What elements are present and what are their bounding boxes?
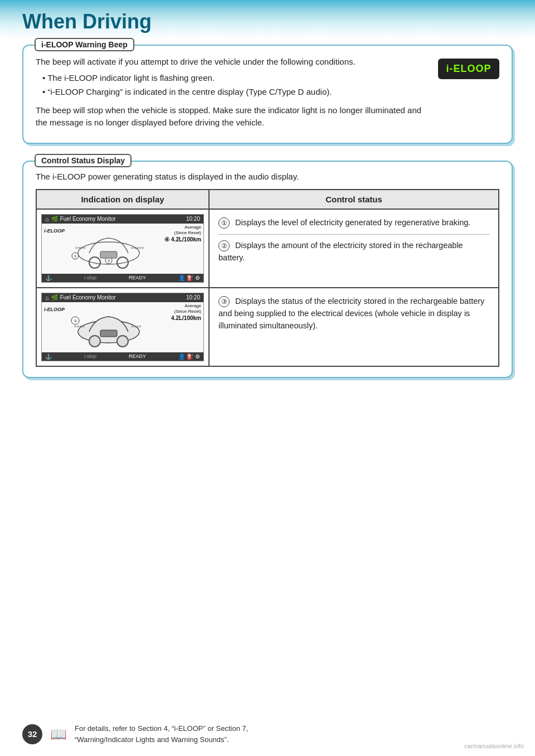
car-svg-2: <<<< >>>> ③: [59, 307, 159, 348]
warning-intro: The beep will activate if you attempt to…: [36, 56, 427, 69]
col2-header: Control status: [209, 190, 499, 209]
avg-label-2: Average(Since Reset)4.2L/100km: [171, 303, 201, 322]
table-row-2: ⌂ 🌿 Fuel Economy Monitor 10:20 i-ELOOP A…: [36, 288, 499, 366]
ieloop-badge: i-ELOOP: [438, 59, 499, 79]
bullet-2: “i-ELOOP Charging” is indicated in the c…: [42, 86, 427, 99]
warning-beep-label: i-ELOOP Warning Beep: [35, 38, 134, 51]
icon-fuel-2: ⛽: [187, 353, 193, 360]
monitor-header-2: ⌂ 🌿 Fuel Economy Monitor 10:20: [42, 293, 203, 302]
icon-gear-2: ⚙: [195, 353, 200, 360]
page-footer: 32 📖 For details, refer to Section 4, “i…: [0, 723, 535, 745]
anchor-icon-2: ⚓: [45, 353, 52, 360]
svg-rect-17: [100, 330, 117, 337]
display-cell-1: ⌂ 🌿 Fuel Economy Monitor 10:20 i-ELOOP A…: [36, 209, 209, 288]
svg-text:③: ③: [74, 319, 77, 323]
control-1-1: ① Displays the level of electricity gene…: [218, 216, 489, 229]
leaf-icon-1: 🌿: [51, 216, 58, 222]
icons-row-1: 👤 ⛽ ⚙: [178, 275, 200, 281]
fuel-monitor-2: ⌂ 🌿 Fuel Economy Monitor 10:20 i-ELOOP A…: [41, 293, 204, 361]
status-table: Indication on display Control status ⌂ 🌿: [36, 189, 499, 367]
house-icon-2: ⌂: [45, 294, 49, 301]
monitor-time-2: 10:20: [186, 294, 200, 301]
monitor-title-2: Fuel Economy Monitor: [60, 294, 116, 301]
cell-divider: [218, 234, 489, 235]
icons-row-2: 👤 ⛽ ⚙: [178, 353, 200, 360]
ready-label-1: READY: [129, 275, 146, 280]
car-svg-1: >>>> <<<<< ① ②: [59, 228, 159, 270]
circle-1: ①: [218, 217, 230, 229]
footer-line1: For details, refer to Section 4, “i-ELOO…: [75, 724, 248, 733]
table-row-1: ⌂ 🌿 Fuel Economy Monitor 10:20 i-ELOOP A…: [36, 209, 499, 288]
control-2-1: ③ Displays the status of the electricity…: [218, 295, 489, 332]
monitor-time-1: 10:20: [186, 216, 200, 222]
icon-person-1: 👤: [178, 275, 185, 281]
circle-3: ③: [218, 296, 230, 307]
warning-beep-section: i-ELOOP Warning Beep The beep will activ…: [22, 45, 513, 144]
svg-text:①: ①: [74, 254, 77, 258]
book-icon: 📖: [50, 726, 67, 742]
control-1-2: ② Displays the amount of the electricity…: [218, 239, 489, 264]
monitor-header-left-2: ⌂ 🌿 Fuel Economy Monitor: [45, 294, 116, 301]
control-intro: The i-ELOOP power generating status is d…: [36, 172, 499, 181]
warning-text: The beep will activate if you attempt to…: [36, 56, 427, 133]
house-icon-1: ⌂: [45, 216, 49, 222]
control-text-1-2: Displays the amount of the electricity s…: [218, 241, 463, 262]
footer-note: For details, refer to Section 4, “i-ELOO…: [75, 723, 248, 745]
fuel-monitor-1: ⌂ 🌿 Fuel Economy Monitor 10:20 i-ELOOP A…: [41, 214, 204, 283]
istop-label-1: i-stop: [84, 275, 96, 280]
ready-label-2: READY: [129, 353, 146, 359]
svg-point-12: [117, 336, 128, 347]
control-status-section: Control Status Display The i-ELOOP power…: [22, 161, 513, 378]
istop-label-2: i-stop: [84, 353, 96, 359]
warning-closing: The beep will stop when the vehicle is s…: [36, 104, 427, 129]
monitor-title-1: Fuel Economy Monitor: [60, 216, 116, 222]
watermark: carmanualsonline.info: [464, 743, 524, 749]
svg-text:②: ②: [107, 259, 110, 263]
svg-text:<<<<<: <<<<<: [131, 245, 144, 250]
monitor-body-1: i-ELOOP Average(Since Reset)④ 4.2L/100km: [42, 224, 203, 274]
icon-fuel-1: ⛽: [187, 275, 193, 281]
circle-2: ②: [218, 240, 230, 251]
page-number: 32: [22, 724, 42, 744]
page-header: When Driving: [0, 0, 535, 39]
icon-person-2: 👤: [178, 353, 185, 360]
svg-text:>>>>: >>>>: [75, 245, 86, 250]
control-status-label: Control Status Display: [35, 154, 132, 167]
footer-line2: “Warning/Indicator Lights and Warning So…: [75, 735, 229, 744]
svg-text:>>>>: >>>>: [131, 324, 142, 329]
control-text-1-1: Displays the level of electricity genera…: [235, 218, 470, 227]
page-content: i-ELOOP Warning Beep The beep will activ…: [0, 39, 535, 417]
car-diagram-2: <<<< >>>> ③: [59, 307, 159, 352]
display-cell-2: ⌂ 🌿 Fuel Economy Monitor 10:20 i-ELOOP A…: [36, 288, 209, 366]
svg-point-11: [89, 336, 100, 347]
monitor-header-left-1: ⌂ 🌿 Fuel Economy Monitor: [45, 216, 116, 222]
monitor-bottom-1: ⚓ i-stop READY 👤 ⛽ ⚙: [42, 274, 203, 282]
monitor-body-2: i-ELOOP Average(Since Reset)4.2L/100km: [42, 302, 203, 352]
warning-content: The beep will activate if you attempt to…: [36, 56, 499, 133]
car-diagram-1: >>>> <<<<< ① ②: [59, 228, 159, 274]
control-cell-2: ③ Displays the status of the electricity…: [209, 288, 499, 366]
bullet-1: The i-ELOOP indicator light is flashing …: [42, 72, 427, 85]
page-title: When Driving: [22, 10, 513, 33]
control-cell-1: ① Displays the level of electricity gene…: [209, 209, 499, 288]
monitor-header-1: ⌂ 🌿 Fuel Economy Monitor 10:20: [42, 215, 203, 224]
monitor-bottom-2: ⚓ i-stop READY 👤 ⛽ ⚙: [42, 352, 203, 361]
icon-gear-1: ⚙: [195, 275, 200, 281]
col1-header: Indication on display: [36, 190, 209, 209]
leaf-icon-2: 🌿: [51, 294, 58, 301]
avg-label-1: Average(Since Reset)④ 4.2L/100km: [164, 225, 201, 244]
control-text-2-1: Displays the status of the electricity s…: [218, 297, 484, 331]
svg-rect-9: [100, 251, 117, 258]
warning-bullets: The i-ELOOP indicator light is flashing …: [42, 72, 427, 99]
anchor-icon-1: ⚓: [45, 275, 52, 281]
